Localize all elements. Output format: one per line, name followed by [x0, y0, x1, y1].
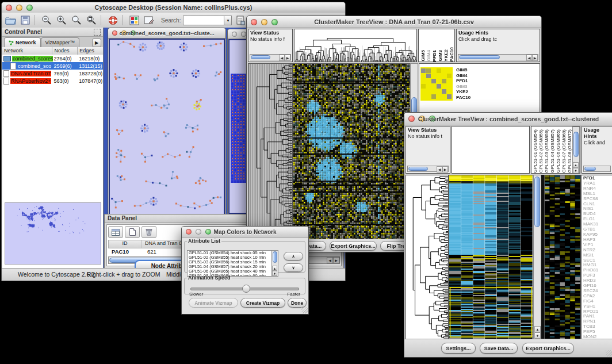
- network-row[interactable]: DNA and Tran 07769(0)183728(0): [2, 70, 103, 77]
- treeview2-view-status: View Status No status info t ◀▶: [406, 126, 450, 174]
- network-window-1[interactable]: combined_scores_good.txt--cluste...: [108, 28, 226, 217]
- search-label: Search:: [161, 17, 181, 24]
- dialog-titlebar[interactable]: Map Colors to Network: [182, 227, 308, 237]
- help-lifering-icon[interactable]: [106, 14, 119, 26]
- network-graph-canvas[interactable]: [110, 40, 223, 214]
- zoom-selected-button[interactable]: [70, 14, 83, 26]
- column-label[interactable]: GPL51-08 (GSM872): [567, 129, 572, 173]
- col-nodes[interactable]: Nodes: [52, 47, 78, 55]
- column-label[interactable]: GPL51-06 (GSM865): [556, 129, 561, 173]
- column-label[interactable]: GPL51-03 (GSM856): [544, 129, 549, 173]
- usage-hints-scrollbar[interactable]: ◀▶: [458, 54, 538, 60]
- row-label[interactable]: GIM5: [456, 67, 471, 73]
- row-label[interactable]: PAC10: [456, 95, 471, 101]
- network-row[interactable]: combined_sco2569(6)13112(15): [2, 62, 103, 70]
- move-down-button[interactable]: ∨: [284, 263, 303, 272]
- network-row[interactable]: RNAPuberNov2+563(0)107847(0): [2, 77, 103, 85]
- tab-overflow-button[interactable]: ▶: [92, 39, 101, 47]
- treeview1-titlebar[interactable]: ClusterMaker TreeView : DNA and Tran 07-…: [247, 16, 541, 28]
- treeview2-button[interactable]: Settings...: [441, 343, 476, 354]
- treeview2-column-dendrogram-area[interactable]: [452, 126, 530, 174]
- zoom-fit-button[interactable]: [85, 14, 98, 26]
- network-overview-canvas[interactable]: [5, 202, 101, 265]
- treeview1-column-dendrogram[interactable]: [294, 29, 417, 62]
- float-panel-icon[interactable]: [94, 29, 101, 36]
- minimize-button[interactable]: [241, 32, 246, 37]
- treeview1-heatmap[interactable]: [293, 63, 410, 239]
- view-status-scrollbar[interactable]: ◀▶: [407, 166, 449, 172]
- column-label[interactable]: GPL51-07 (GSM868): [561, 129, 567, 173]
- attribute-browser-icon[interactable]: [234, 14, 247, 26]
- col-edges[interactable]: Edges: [78, 47, 103, 55]
- done-button[interactable]: Done: [288, 298, 307, 308]
- search-dropdown-arrow[interactable]: ▼: [224, 16, 232, 25]
- close-button[interactable]: [232, 32, 237, 37]
- resize-grip[interactable]: [606, 350, 612, 357]
- tab-network-label: Network: [16, 40, 36, 45]
- create-vizmap-button[interactable]: Create Vizmap: [240, 298, 285, 308]
- map-colors-dialog[interactable]: Map Colors to Network Attribute List GPL…: [181, 226, 309, 315]
- treeview1-zoom-heatmap[interactable]: [420, 67, 453, 101]
- slower-label: Slower: [189, 292, 203, 297]
- treeview2-heatmap[interactable]: [449, 175, 533, 339]
- treeview2-row-dendrogram[interactable]: [406, 175, 449, 339]
- treeview2-zoom-heatmap[interactable]: [544, 175, 581, 339]
- row-label[interactable]: PFD1: [456, 78, 471, 84]
- column-label[interactable]: GIM5: [420, 50, 426, 62]
- column-label[interactable]: YKE2: [443, 49, 449, 62]
- main-titlebar[interactable]: Cytoscape Desktop (Session Name: collins…: [2, 2, 345, 13]
- column-label[interactable]: PFD1: [432, 50, 437, 62]
- annotation-icon[interactable]: [143, 14, 155, 26]
- view-status-title: View Status: [250, 30, 279, 36]
- column-label[interactable]: GPL51-02 (GSM855): [538, 129, 544, 173]
- attribute-list-label: Attribute List: [187, 238, 221, 244]
- row-label[interactable]: GIM3: [456, 84, 471, 90]
- network-table-header[interactable]: Network Nodes Edges: [2, 47, 103, 55]
- animation-speed-label: Animation Speed: [187, 275, 232, 281]
- resize-grip[interactable]: [301, 307, 308, 313]
- animate-vizmap-button[interactable]: Animate Vizmap: [189, 298, 238, 308]
- treeview1-row-dendrogram[interactable]: [248, 63, 293, 239]
- save-button[interactable]: [19, 14, 32, 26]
- attribute-select-button[interactable]: [108, 226, 123, 238]
- column-label[interactable]: GPL51-04 (GSM857): [550, 129, 555, 173]
- row-label[interactable]: GIM4: [456, 73, 471, 79]
- row-label[interactable]: YKE2: [456, 89, 471, 95]
- speed-slider-thumb[interactable]: [242, 285, 250, 293]
- usage-hints-scrollbar[interactable]: [583, 166, 611, 172]
- new-attribute-button[interactable]: [125, 226, 140, 238]
- treeview2-vscrollbar[interactable]: ▲▼: [533, 175, 541, 339]
- search-input[interactable]: [183, 16, 224, 25]
- view-status-scrollbar[interactable]: ◀▶: [250, 54, 291, 60]
- network-view-1[interactable]: [109, 39, 225, 216]
- attribute-list[interactable]: GPL51-01 (GSM854) heat shock 05 minGPL51…: [187, 250, 273, 277]
- column-label[interactable]: PAC10: [449, 47, 454, 62]
- attr-col-id[interactable]: ID: [109, 240, 141, 248]
- network-name: RNAPuberNov2+: [10, 78, 51, 84]
- column-label[interactable]: GPL51-01 (GSM854): [533, 129, 538, 173]
- zoom-in-button[interactable]: [55, 14, 68, 26]
- treeview2-labels-vscrollbar[interactable]: ▲ ▼: [572, 127, 580, 174]
- zoom-out-button[interactable]: [40, 14, 53, 26]
- tab-network[interactable]: Network: [4, 37, 41, 47]
- attribute-list-scrollbar[interactable]: ▲ ▼: [271, 250, 278, 277]
- treeview2-window[interactable]: ClusterMaker TreeView : combined_scores_…: [404, 112, 612, 358]
- treeview1-button[interactable]: Export Graphics...: [330, 241, 377, 251]
- treeview2-buttonbar: Settings...Save Data...Export Graphics..…: [404, 339, 612, 357]
- tab-vizmapper[interactable]: VizMapper™: [41, 37, 80, 47]
- network-row[interactable]: combined_scores2764(0)16218(0): [2, 55, 103, 62]
- treeview2-button[interactable]: Export Graphics...: [522, 343, 574, 354]
- network-window-1-titlebar[interactable]: combined_scores_good.txt--cluste...: [108, 28, 225, 39]
- tab-vizmapper-label: VizMapper™: [45, 40, 75, 45]
- treeview2-titlebar[interactable]: ClusterMaker TreeView : combined_scores_…: [404, 113, 612, 125]
- column-label[interactable]: GIM3: [438, 50, 443, 62]
- network-nodes-count: 769(0): [53, 71, 78, 76]
- col-network[interactable]: Network: [2, 47, 52, 55]
- treeview2-button[interactable]: Save Data...: [480, 343, 518, 354]
- search-combobox[interactable]: ▼: [183, 16, 232, 25]
- open-file-button[interactable]: [4, 14, 17, 26]
- move-up-button[interactable]: ∧: [284, 252, 303, 260]
- vizmap-grid-icon[interactable]: [128, 14, 140, 26]
- delete-attribute-button[interactable]: [141, 226, 156, 238]
- column-label[interactable]: GIM4: [426, 50, 431, 62]
